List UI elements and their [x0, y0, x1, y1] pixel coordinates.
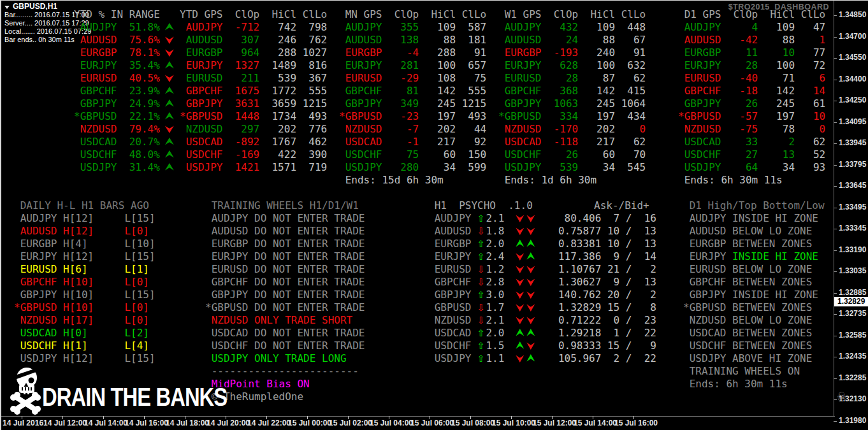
cllo-value: 1064: [615, 97, 646, 110]
pair-price: 1.32829: [546, 301, 601, 314]
price-tick: [834, 314, 837, 315]
column-header: D1 GPS: [678, 8, 721, 21]
pair-label: NZDUSD: [205, 314, 248, 327]
table-row: AUDJPY51.8%: [74, 21, 174, 34]
low-bars-ago: L[10]: [124, 238, 155, 250]
cllo-value: 762: [296, 34, 327, 47]
training-wheels-table: TRAINING WHEELS H1/D1/W1AUDJPYDO NOT ENT…: [205, 199, 365, 403]
mt4-chart-window: GBPUSD,H1 Bar......... 2016.07.15 17:00S…: [0, 0, 868, 430]
table-row: NZDUSD-75780: [678, 123, 825, 136]
cllo-value: 0: [615, 123, 646, 136]
price-label: 1.31980: [839, 416, 866, 425]
skull-marker-icon: ☠: [837, 390, 846, 403]
price-tick: [834, 271, 837, 272]
clop-value: 26: [721, 97, 758, 110]
pair-label: GBPJPY: [14, 289, 57, 301]
table-row: AUDJPYH[12]L[15]: [14, 212, 156, 225]
clop-value: 432: [541, 21, 578, 34]
bid-count: 13: [638, 225, 656, 238]
pair-label: USDCHF: [683, 340, 726, 352]
table-row: AUDUSDBELOW LO ZONE: [683, 225, 825, 238]
pair-label: EURUSD: [683, 263, 726, 276]
pair-label: EURUSD: [74, 72, 117, 85]
pair-label: EURUSD: [205, 263, 248, 276]
price-tick: [834, 122, 837, 123]
table-row: GBPJPY363136591215: [180, 97, 327, 110]
pair-label: AUDJPY: [180, 21, 222, 34]
cllo-value: 62: [795, 136, 825, 148]
table-row: EURJPY⇧2.4117.3869 / 14: [428, 250, 656, 263]
down-chevron-icon: [526, 278, 535, 286]
time-label: 15 Jul 04:00: [370, 419, 413, 427]
hicl-value: 87: [578, 72, 615, 85]
h1-psycho-table: H1 PSYCHO .1.0Ask-/Bid+AUDJPY⇧2.180.4067…: [428, 199, 656, 365]
clop-value: 26: [541, 148, 578, 161]
high-bars-ago: H[12]: [63, 225, 124, 238]
table-row: Ends: 1d 6h 30m: [498, 174, 646, 187]
trade-advice: DO NOT ENTER TRADE: [254, 263, 365, 276]
cllo-value: 62: [615, 72, 646, 85]
clop-value: 334: [541, 110, 578, 123]
pair-label: USDCAD: [180, 136, 222, 148]
table-row: MN GPSClOpHiClClLo: [339, 8, 486, 21]
up-chevron-icon: [516, 329, 524, 337]
high-bars-ago: H[12]: [63, 352, 124, 365]
pair-label: GBPCHF: [339, 85, 382, 97]
column-header: MN GPS: [339, 8, 382, 21]
pair-label: USDJPY: [180, 161, 222, 174]
pair-label: *GBPUSD: [205, 301, 248, 314]
table-row: USDCHFBETWEEN ZONES: [683, 340, 825, 352]
column-header: YTD GPS: [180, 8, 222, 21]
bid-count: 14: [638, 250, 656, 263]
table-row: USDJPYONLY TRADE LONG: [205, 352, 365, 365]
clop-value: -18: [721, 85, 758, 97]
pair-label: USDJPY: [678, 161, 721, 174]
clop-value: 297: [222, 123, 259, 136]
clop-value: 64: [721, 161, 758, 174]
pair-label: EURUSD: [678, 72, 721, 85]
pair-label: USDCHF: [428, 340, 471, 352]
zone-status: BELOW LO ZONE: [732, 225, 812, 238]
cllo-value: 47: [795, 21, 825, 34]
hicl-value: 217: [578, 136, 615, 148]
psycho-value: 1.8: [486, 225, 504, 238]
up-arrowhead-icon: [165, 163, 174, 171]
table-row: *GBPUSDH[10]L[0]: [14, 301, 156, 314]
pair-label: AUDJPY: [683, 212, 726, 225]
clop-value: -57: [721, 110, 758, 123]
table-row: USDCADBETWEEN ZONES: [683, 327, 825, 340]
table-row: GBPJPY3492451215: [339, 97, 486, 110]
price-label: 1.34095: [839, 117, 866, 126]
low-bars-ago: L[1]: [124, 263, 149, 276]
hicl-value: 288: [259, 47, 296, 59]
table-row: NZDUSD79.4%: [74, 123, 174, 136]
price-label: 1.32735: [839, 309, 866, 318]
ask-bid-separator: /: [619, 314, 638, 327]
price-tick: [834, 357, 837, 357]
clop-value: 81: [382, 85, 419, 97]
hicl-value: 1489: [259, 59, 296, 72]
cllo-value: 150: [456, 148, 486, 161]
table-row: GBPCHFH[10]L[0]: [14, 276, 156, 289]
table-row: USDCHFH[1]L[4]: [14, 340, 156, 352]
column-header: ClOp: [721, 8, 758, 21]
cllo-value: 657: [456, 59, 486, 72]
up-arrowhead-icon: [165, 23, 174, 31]
ask-bid-separator: /: [619, 352, 638, 365]
psycho-value: 2.8: [486, 276, 504, 289]
cllo-value: 1: [795, 34, 825, 47]
bid-count: 13: [638, 238, 656, 250]
table-row: NZDUSDBELOW LO ZONE: [683, 314, 825, 327]
table-row: GBPJPY10632451064: [498, 97, 646, 110]
pair-label: USDCAD: [683, 327, 726, 340]
cllo-value: 91: [456, 47, 486, 59]
table-row: NZDUSDONLY TRADE SHORT: [205, 314, 365, 327]
cllo-value: 798: [296, 21, 327, 34]
cllo-value: 72: [795, 59, 825, 72]
pair-label: AUDJPY: [339, 21, 382, 34]
chart-dropdown-icon[interactable]: [4, 6, 10, 9]
pair-label: USDCHF: [498, 148, 541, 161]
price-label: 1.34850: [839, 10, 866, 19]
trade-advice: DO NOT ENTER TRADE: [254, 301, 365, 314]
table-row: YTD % IN RANGE: [74, 8, 174, 21]
